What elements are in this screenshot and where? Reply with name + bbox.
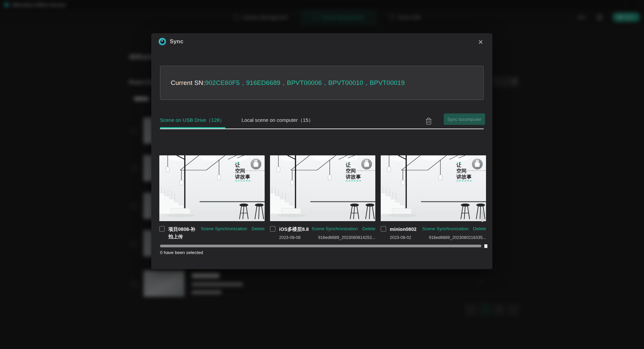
scene-synchronization-link[interactable]: Scene Synchronization — [201, 226, 247, 231]
svg-text:讲故事: 讲故事 — [345, 174, 361, 180]
svg-text:空间: 空间 — [346, 168, 356, 173]
app-screen: 4DKanKan Offline Version — ▢ ✕ Camera Ma… — [0, 0, 644, 349]
scene-title: minion0802 — [390, 226, 421, 233]
scene-file-name: 916ed6689_2023080216335... — [429, 235, 486, 240]
delete-link[interactable]: Delete — [473, 226, 486, 231]
sync-dialog: Sync ✕ Current SN: 902CE60F5，916ED6689，B… — [151, 33, 492, 269]
delete-link[interactable]: Delete — [362, 226, 375, 231]
tab-scene-on-usb-drive[interactable]: Scene on USB Drive（128） — [160, 114, 225, 129]
usb-badge-icon — [361, 159, 372, 169]
sync-to-computer-button[interactable]: Sync tocomputer — [444, 113, 485, 125]
horizontal-scrollbar-thumb[interactable] — [160, 245, 481, 247]
scene-checkbox[interactable] — [270, 226, 275, 232]
svg-text:让: 让 — [456, 162, 462, 168]
current-sn-box: Current SN: 902CE60F5，916ED6689，BPVT0000… — [160, 66, 484, 100]
svg-text:空间: 空间 — [235, 168, 245, 173]
scene-title: iOS多楼层8.8 — [279, 226, 311, 233]
tab-local-scene-on-computer[interactable]: Local scene on computer（15） — [241, 114, 314, 129]
scene-thumbnail[interactable]: 让 空间 LET SPACE TELL THE STORY 讲故事 — [381, 155, 486, 221]
dialog-tabs: Scene on USB Drive（128） Local scene on c… — [160, 114, 484, 129]
scene-card: 让 空间 LET SPACE TELL THE STORY 讲故事 — [270, 155, 375, 243]
scene-date: 2023-08-08 — [279, 235, 301, 240]
svg-text:让: 让 — [235, 162, 240, 168]
horizontal-scrollbar-end[interactable] — [484, 244, 487, 248]
svg-text:讲故事: 讲故事 — [456, 174, 472, 180]
usb-badge-icon — [251, 159, 261, 169]
scene-checkbox[interactable] — [159, 226, 165, 232]
svg-text:LET SPACE TELL THE STORY: LET SPACE TELL THE STORY — [357, 170, 375, 171]
svg-text:讲故事: 讲故事 — [235, 174, 250, 180]
scene-thumbnail[interactable]: 让 空间 LET SPACE TELL THE STORY 讲故事 — [159, 155, 265, 221]
scene-title: 项目0808-补拍上传 — [168, 226, 200, 241]
current-sn-values: 902CE60F5，916ED6689，BPVT00006，BPVT00010，… — [205, 79, 405, 87]
svg-text:LET SPACE TELL THE STORY: LET SPACE TELL THE STORY — [246, 170, 265, 171]
scene-date: 2023-08-02 — [390, 235, 411, 240]
scene-card: 让 空间 LET SPACE TELL THE STORY 讲故事 — [381, 155, 486, 243]
current-sn-label: Current SN: — [171, 79, 205, 87]
scene-synchronization-link[interactable]: Scene Synchronization — [312, 226, 358, 231]
scene-file-name: 916ed6689_2023080814252... — [318, 235, 375, 240]
app-logo-icon — [159, 38, 166, 45]
scene-synchronization-link[interactable]: Scene Synchronization — [422, 226, 469, 231]
selection-summary: 0 have been selected — [160, 250, 203, 255]
scene-card: 让 空间 LET SPACE TELL THE STORY 讲故事 — [159, 155, 265, 243]
sync-dialog-header: Sync ✕ — [151, 33, 492, 50]
svg-text:让: 让 — [345, 162, 351, 168]
dialog-title: Sync — [170, 38, 183, 45]
vertical-scrollbar-thumb[interactable] — [481, 210, 484, 222]
close-icon[interactable]: ✕ — [476, 38, 485, 46]
svg-text:空间: 空间 — [457, 168, 467, 173]
svg-text:LET SPACE TELL THE STORY: LET SPACE TELL THE STORY — [467, 170, 486, 171]
trash-icon[interactable] — [425, 117, 432, 125]
usb-badge-icon — [472, 159, 483, 169]
delete-link[interactable]: Delete — [252, 226, 265, 231]
scene-card-list: 让 空间 LET SPACE TELL THE STORY 讲故事 — [159, 155, 486, 243]
scene-checkbox[interactable] — [381, 226, 386, 232]
scene-thumbnail[interactable]: 让 空间 LET SPACE TELL THE STORY 讲故事 — [270, 155, 375, 221]
